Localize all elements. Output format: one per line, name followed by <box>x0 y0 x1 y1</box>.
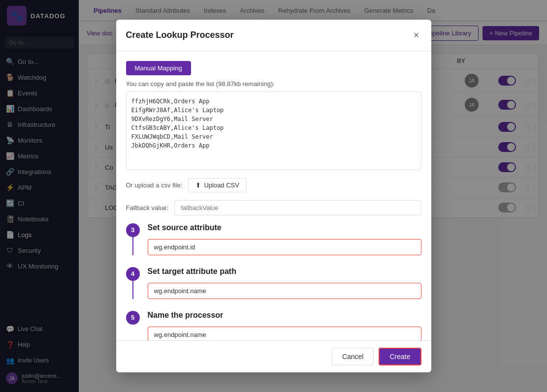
fallback-input[interactable] <box>174 200 421 215</box>
modal-close-button[interactable]: × <box>412 28 421 43</box>
step5-container: 5 Name the processor <box>126 311 421 340</box>
step2-section: Manual Mapping You can copy and paste th… <box>126 61 421 215</box>
step4-content: Set target attribute path <box>148 267 421 299</box>
modal-overlay: Create Lookup Processor × Manual Mapping… <box>0 0 547 392</box>
step5-title: Name the processor <box>148 311 421 320</box>
target-attribute-input[interactable] <box>148 283 421 299</box>
modal-header: Create Lookup Processor × <box>116 20 431 51</box>
lookup-hint: You can copy and paste the list (98.87kb… <box>126 80 421 88</box>
step5-circle: 5 <box>126 311 140 325</box>
step4-line: 4 <box>126 267 140 299</box>
step-vertical-line <box>132 281 133 299</box>
step3-line: 3 <box>126 223 140 255</box>
upload-label: Or upload a csv file: <box>126 181 183 189</box>
upload-icon: ⬆ <box>195 181 201 189</box>
modal-footer: Cancel Create <box>116 340 431 372</box>
upload-csv-button[interactable]: ⬆ Upload CSV <box>188 178 247 192</box>
modal-body: Manual Mapping You can copy and paste th… <box>116 51 431 340</box>
modal-title: Create Lookup Processor <box>126 30 234 40</box>
step-vertical-line <box>132 237 133 255</box>
step5-line: 5 <box>126 311 140 340</box>
step3-container: 3 Set source attribute <box>126 223 421 255</box>
create-lookup-processor-modal: Create Lookup Processor × Manual Mapping… <box>116 20 431 372</box>
cancel-button[interactable]: Cancel <box>332 348 374 365</box>
fallback-row: Fallback value: <box>126 200 421 215</box>
step3-content: Set source attribute <box>148 223 421 255</box>
upload-row: Or upload a csv file: ⬆ Upload CSV <box>126 178 421 192</box>
processor-name-input[interactable] <box>148 327 421 340</box>
step5-content: Name the processor <box>148 311 421 340</box>
step4-title: Set target attribute path <box>148 267 421 276</box>
step4-container: 4 Set target attribute path <box>126 267 421 299</box>
fallback-label: Fallback value: <box>126 204 169 211</box>
step3-circle: 3 <box>126 223 140 237</box>
step4-circle: 4 <box>126 267 140 281</box>
source-attribute-input[interactable] <box>148 239 421 255</box>
create-button[interactable]: Create <box>379 348 421 365</box>
lookup-table-textarea[interactable]: ffzhjH6QCRk,Orders App EifgRWrJ8Af,Alice… <box>126 91 421 170</box>
manual-mapping-button[interactable]: Manual Mapping <box>126 61 191 75</box>
step3-title: Set source attribute <box>148 223 421 232</box>
